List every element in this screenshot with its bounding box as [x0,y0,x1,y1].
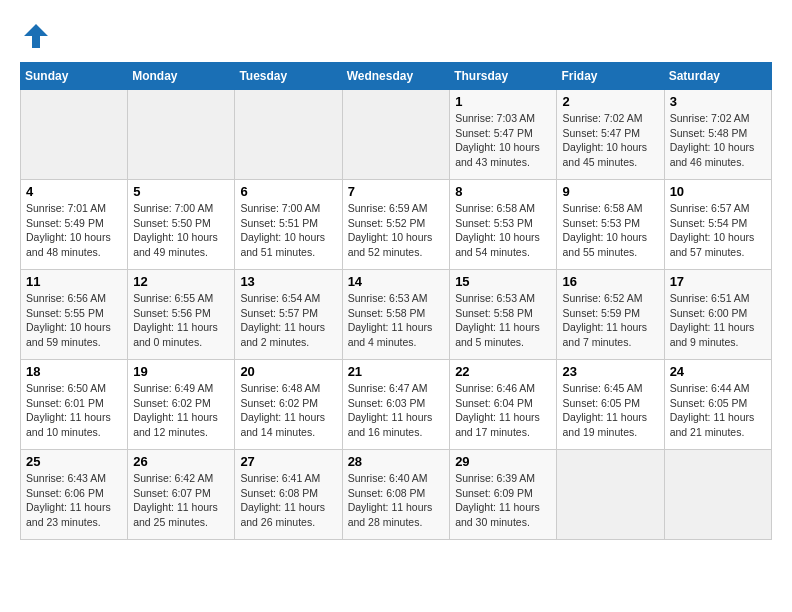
day-number: 11 [26,274,122,289]
calendar-cell: 19Sunrise: 6:49 AMSunset: 6:02 PMDayligh… [128,360,235,450]
calendar-cell: 1Sunrise: 7:03 AMSunset: 5:47 PMDaylight… [450,90,557,180]
week-row-1: 1Sunrise: 7:03 AMSunset: 5:47 PMDaylight… [21,90,772,180]
calendar-cell: 26Sunrise: 6:42 AMSunset: 6:07 PMDayligh… [128,450,235,540]
week-row-3: 11Sunrise: 6:56 AMSunset: 5:55 PMDayligh… [21,270,772,360]
weekday-thursday: Thursday [450,63,557,90]
day-number: 13 [240,274,336,289]
day-number: 18 [26,364,122,379]
day-info: Sunrise: 6:40 AMSunset: 6:08 PMDaylight:… [348,471,445,530]
day-info: Sunrise: 7:02 AMSunset: 5:48 PMDaylight:… [670,111,766,170]
calendar-cell: 18Sunrise: 6:50 AMSunset: 6:01 PMDayligh… [21,360,128,450]
calendar-cell [664,450,771,540]
day-number: 4 [26,184,122,199]
calendar-cell: 21Sunrise: 6:47 AMSunset: 6:03 PMDayligh… [342,360,450,450]
day-info: Sunrise: 6:58 AMSunset: 5:53 PMDaylight:… [455,201,551,260]
weekday-header-row: SundayMondayTuesdayWednesdayThursdayFrid… [21,63,772,90]
calendar-cell [128,90,235,180]
calendar-cell: 11Sunrise: 6:56 AMSunset: 5:55 PMDayligh… [21,270,128,360]
day-number: 20 [240,364,336,379]
calendar-cell: 15Sunrise: 6:53 AMSunset: 5:58 PMDayligh… [450,270,557,360]
calendar-cell: 8Sunrise: 6:58 AMSunset: 5:53 PMDaylight… [450,180,557,270]
day-number: 26 [133,454,229,469]
week-row-5: 25Sunrise: 6:43 AMSunset: 6:06 PMDayligh… [21,450,772,540]
day-info: Sunrise: 6:43 AMSunset: 6:06 PMDaylight:… [26,471,122,530]
day-info: Sunrise: 6:46 AMSunset: 6:04 PMDaylight:… [455,381,551,440]
calendar-cell: 20Sunrise: 6:48 AMSunset: 6:02 PMDayligh… [235,360,342,450]
page-header [20,20,772,52]
day-number: 19 [133,364,229,379]
day-number: 8 [455,184,551,199]
calendar-cell: 24Sunrise: 6:44 AMSunset: 6:05 PMDayligh… [664,360,771,450]
day-info: Sunrise: 6:39 AMSunset: 6:09 PMDaylight:… [455,471,551,530]
day-number: 1 [455,94,551,109]
calendar-cell: 13Sunrise: 6:54 AMSunset: 5:57 PMDayligh… [235,270,342,360]
day-number: 16 [562,274,658,289]
calendar-cell [342,90,450,180]
day-info: Sunrise: 7:00 AMSunset: 5:51 PMDaylight:… [240,201,336,260]
day-info: Sunrise: 7:01 AMSunset: 5:49 PMDaylight:… [26,201,122,260]
calendar-cell: 27Sunrise: 6:41 AMSunset: 6:08 PMDayligh… [235,450,342,540]
day-info: Sunrise: 6:53 AMSunset: 5:58 PMDaylight:… [348,291,445,350]
day-info: Sunrise: 6:56 AMSunset: 5:55 PMDaylight:… [26,291,122,350]
day-info: Sunrise: 6:54 AMSunset: 5:57 PMDaylight:… [240,291,336,350]
day-info: Sunrise: 6:49 AMSunset: 6:02 PMDaylight:… [133,381,229,440]
calendar-cell: 17Sunrise: 6:51 AMSunset: 6:00 PMDayligh… [664,270,771,360]
day-info: Sunrise: 6:53 AMSunset: 5:58 PMDaylight:… [455,291,551,350]
weekday-monday: Monday [128,63,235,90]
week-row-4: 18Sunrise: 6:50 AMSunset: 6:01 PMDayligh… [21,360,772,450]
calendar-cell: 29Sunrise: 6:39 AMSunset: 6:09 PMDayligh… [450,450,557,540]
day-number: 17 [670,274,766,289]
day-number: 7 [348,184,445,199]
day-info: Sunrise: 6:57 AMSunset: 5:54 PMDaylight:… [670,201,766,260]
day-number: 23 [562,364,658,379]
calendar-header: SundayMondayTuesdayWednesdayThursdayFrid… [21,63,772,90]
day-info: Sunrise: 6:58 AMSunset: 5:53 PMDaylight:… [562,201,658,260]
day-number: 24 [670,364,766,379]
day-info: Sunrise: 6:48 AMSunset: 6:02 PMDaylight:… [240,381,336,440]
svg-marker-0 [24,24,48,48]
calendar-body: 1Sunrise: 7:03 AMSunset: 5:47 PMDaylight… [21,90,772,540]
logo-icon [20,20,52,52]
calendar-cell: 12Sunrise: 6:55 AMSunset: 5:56 PMDayligh… [128,270,235,360]
calendar-cell: 5Sunrise: 7:00 AMSunset: 5:50 PMDaylight… [128,180,235,270]
weekday-tuesday: Tuesday [235,63,342,90]
calendar-cell [557,450,664,540]
calendar-cell: 25Sunrise: 6:43 AMSunset: 6:06 PMDayligh… [21,450,128,540]
calendar-cell: 10Sunrise: 6:57 AMSunset: 5:54 PMDayligh… [664,180,771,270]
day-number: 29 [455,454,551,469]
weekday-friday: Friday [557,63,664,90]
day-info: Sunrise: 7:03 AMSunset: 5:47 PMDaylight:… [455,111,551,170]
day-number: 5 [133,184,229,199]
weekday-saturday: Saturday [664,63,771,90]
logo [20,20,56,52]
day-number: 2 [562,94,658,109]
day-number: 21 [348,364,445,379]
day-number: 10 [670,184,766,199]
calendar-cell: 23Sunrise: 6:45 AMSunset: 6:05 PMDayligh… [557,360,664,450]
day-info: Sunrise: 7:02 AMSunset: 5:47 PMDaylight:… [562,111,658,170]
calendar-cell: 22Sunrise: 6:46 AMSunset: 6:04 PMDayligh… [450,360,557,450]
day-info: Sunrise: 7:00 AMSunset: 5:50 PMDaylight:… [133,201,229,260]
day-number: 28 [348,454,445,469]
day-number: 22 [455,364,551,379]
day-number: 3 [670,94,766,109]
day-info: Sunrise: 6:50 AMSunset: 6:01 PMDaylight:… [26,381,122,440]
calendar-cell [21,90,128,180]
day-info: Sunrise: 6:45 AMSunset: 6:05 PMDaylight:… [562,381,658,440]
day-number: 12 [133,274,229,289]
day-info: Sunrise: 6:52 AMSunset: 5:59 PMDaylight:… [562,291,658,350]
calendar-cell: 28Sunrise: 6:40 AMSunset: 6:08 PMDayligh… [342,450,450,540]
day-info: Sunrise: 6:41 AMSunset: 6:08 PMDaylight:… [240,471,336,530]
day-info: Sunrise: 6:44 AMSunset: 6:05 PMDaylight:… [670,381,766,440]
day-number: 14 [348,274,445,289]
day-number: 15 [455,274,551,289]
calendar-cell: 7Sunrise: 6:59 AMSunset: 5:52 PMDaylight… [342,180,450,270]
calendar-table: SundayMondayTuesdayWednesdayThursdayFrid… [20,62,772,540]
day-number: 6 [240,184,336,199]
calendar-cell [235,90,342,180]
calendar-cell: 16Sunrise: 6:52 AMSunset: 5:59 PMDayligh… [557,270,664,360]
day-info: Sunrise: 6:55 AMSunset: 5:56 PMDaylight:… [133,291,229,350]
calendar-cell: 6Sunrise: 7:00 AMSunset: 5:51 PMDaylight… [235,180,342,270]
day-number: 25 [26,454,122,469]
calendar-cell: 4Sunrise: 7:01 AMSunset: 5:49 PMDaylight… [21,180,128,270]
